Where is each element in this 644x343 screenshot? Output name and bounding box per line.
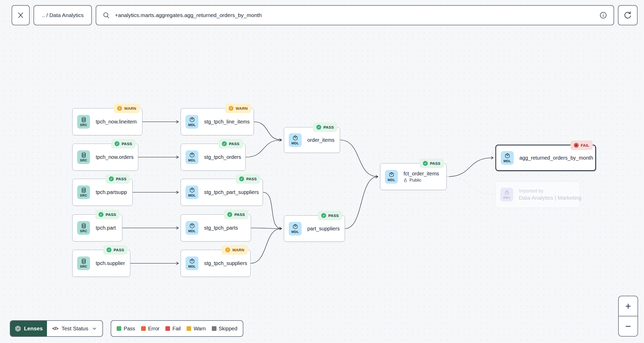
search-input[interactable] (115, 12, 594, 18)
node-type-label: SRC (80, 158, 87, 162)
database-icon (81, 223, 87, 229)
node-label: fct_order_items (404, 171, 439, 177)
search-icon (102, 11, 110, 19)
legend-item-fail: Fail (165, 326, 181, 332)
node-fct_order_items[interactable]: ✓PASSMDLfct_order_itemsPublic (380, 163, 447, 190)
lens-selector[interactable]: </> Test Status (47, 321, 102, 336)
node-agg_returned_orders_by_month[interactable]: ✕FAILMDLagg_returned_orders_by_month (495, 145, 596, 171)
cube-icon (189, 187, 195, 193)
node-order_items[interactable]: ✓PASSMDLorder_items (284, 127, 340, 153)
node-stg_tpch_suppliers[interactable]: !WARNMDLstg_tpch_suppliers (181, 250, 251, 277)
node-type-tile: MDL (186, 256, 198, 270)
ghost-caption: Imported by (519, 188, 581, 194)
status-warn-icon: ! (229, 106, 234, 111)
status-warn-icon: ! (117, 106, 122, 111)
legend-swatch (165, 326, 170, 331)
status-pass-icon: ✓ (107, 247, 111, 252)
breadcrumb[interactable]: .. / Data Analytics (34, 5, 92, 25)
status-badge-pass: ✓PASS (219, 139, 243, 149)
status-badge-label: PASS (122, 142, 132, 146)
zoom-out-button[interactable]: − (619, 316, 638, 336)
cube-icon (189, 258, 195, 264)
status-badge-pass: ✓PASS (313, 122, 337, 132)
refresh-button[interactable] (618, 5, 638, 25)
node-type-tile: SRC (77, 185, 90, 199)
status-warn-icon: ! (225, 247, 230, 252)
node-type-label: MDL (503, 159, 511, 163)
node-type-label: MDL (188, 193, 196, 197)
database-icon (81, 152, 87, 158)
node-type-tile: SRC (77, 115, 90, 129)
status-pass-icon: ✓ (316, 125, 321, 130)
node-label: tpch_now.orders (96, 154, 134, 160)
legend-label: Error (148, 326, 159, 332)
node-type-label: MDL (188, 123, 196, 127)
database-icon (81, 258, 87, 264)
node-label: part_suppliers (307, 226, 340, 232)
node-stg_tpch_part_suppliers[interactable]: ✓PASSMDLstg_tpch_part_suppliers (181, 179, 263, 206)
status-badge-label: PASS (114, 248, 124, 252)
footer-controls: Lenses </> Test Status PassErrorFailWarn… (10, 320, 243, 337)
legend-swatch (141, 326, 146, 331)
node-stg_tpch_line_items[interactable]: !WARNMDLstg_tpch_line_items (181, 108, 254, 135)
node-type-tile: MDL (289, 133, 302, 147)
status-badge-warn: !WARN (225, 104, 251, 113)
node-tpch_now_orders[interactable]: ✓PASSSRCtpch_now.orders (72, 144, 138, 171)
node-tpch_partsupp[interactable]: ✓PASSSRCtpch.partsupp (72, 179, 133, 206)
node-type-tile: MDL (186, 221, 198, 235)
node-type-tile: MDL (186, 185, 198, 199)
node-label: stg_tpch_line_items (204, 119, 250, 125)
test-status-legend: PassErrorFailWarnSkipped (111, 320, 243, 337)
node-tpch_supplier[interactable]: ✓PASSSRCtpch.supplier (72, 250, 130, 277)
status-pass-icon: ✓ (222, 141, 227, 146)
node-type-label: MDL (291, 230, 299, 234)
node-type-tile: MDL (186, 150, 198, 164)
lenses-button[interactable]: Lenses (10, 321, 47, 336)
status-badge-label: PASS (246, 177, 257, 181)
node-type-tile: MDL (501, 151, 514, 165)
cube-icon (389, 172, 395, 178)
legend-item-skipped: Skipped (212, 326, 237, 332)
legend-swatch (187, 326, 191, 331)
status-badge-pass: ✓PASS (111, 139, 135, 149)
cube-icon (292, 135, 298, 141)
node-type-label: MDL (291, 141, 299, 145)
legend-label: Skipped (219, 326, 237, 332)
status-badge-label: WARN (124, 106, 136, 111)
status-badge-warn: !WARN (222, 245, 248, 255)
zoom-in-button[interactable]: + (619, 296, 638, 316)
node-label: tpch.part (96, 225, 116, 231)
status-badge-warn: !WARN (114, 104, 140, 113)
legend-label: Warn (194, 326, 206, 332)
status-badge-pass: ✓PASS (236, 174, 260, 184)
info-icon[interactable] (599, 11, 607, 19)
status-badge-fail: ✕FAIL (570, 141, 593, 150)
lenses-control: Lenses </> Test Status (10, 320, 103, 337)
status-badge-pass: ✓PASS (318, 211, 342, 220)
status-badge-label: PASS (116, 177, 126, 181)
search-box (96, 5, 614, 25)
ghost-project-label: Data Analytics | Marketing (519, 195, 581, 201)
node-label: order_items (307, 137, 335, 143)
cube-icon (292, 224, 298, 230)
cube-icon (189, 152, 195, 158)
project-icon (504, 190, 510, 196)
status-badge-label: PASS (106, 212, 116, 217)
close-icon (17, 12, 24, 19)
node-type-tile: MDL (289, 222, 302, 236)
node-tpch_part[interactable]: ✓PASSSRCtpch.part (72, 214, 122, 241)
public-lock-icon (404, 178, 408, 182)
node-stg_tpch_parts[interactable]: ✓PASSMDLstg_tpch_parts (181, 214, 251, 241)
aperture-icon (15, 325, 21, 332)
status-badge-label: PASS (234, 212, 245, 217)
close-button[interactable] (12, 5, 30, 25)
status-badge-label: WARN (236, 106, 248, 111)
chevron-down-icon (92, 326, 97, 331)
top-toolbar: .. / Data Analytics (12, 5, 638, 25)
node-tpch_now_lineitem[interactable]: !WARNSRCtpch_now.lineitem (72, 108, 142, 135)
status-badge-label: PASS (328, 213, 339, 218)
node-label: tpch_now.lineitem (96, 119, 137, 125)
status-pass-icon: ✓ (109, 176, 114, 181)
node-part_suppliers[interactable]: ✓PASSMDLpart_suppliers (284, 215, 345, 242)
node-stg_tpch_orders[interactable]: ✓PASSMDLstg_tpch_orders (181, 144, 246, 171)
